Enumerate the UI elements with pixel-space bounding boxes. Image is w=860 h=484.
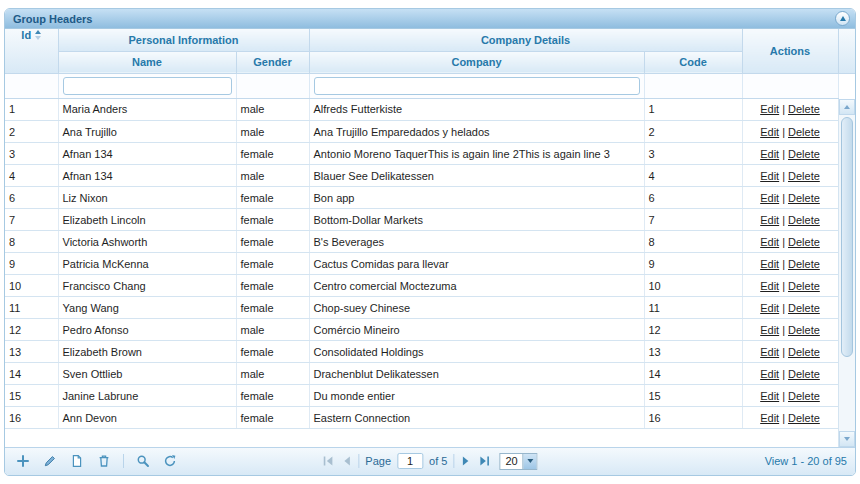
cell-actions: Edit|Delete <box>742 363 838 385</box>
cell-actions: Edit|Delete <box>742 209 838 231</box>
cell-id: 12 <box>5 319 58 341</box>
table-row[interactable]: 12 Pedro Afonso male Comércio Mineiro 12… <box>5 319 838 341</box>
edit-link[interactable]: Edit <box>760 324 779 336</box>
page-number-input[interactable] <box>397 453 423 469</box>
action-separator: | <box>782 126 785 138</box>
table-row[interactable]: 7 Elizabeth Lincoln female Bottom-Dollar… <box>5 209 838 231</box>
next-page-button[interactable] <box>460 455 472 467</box>
action-separator: | <box>782 280 785 292</box>
scrollbar-thumb[interactable] <box>841 117 853 357</box>
refresh-icon <box>163 454 177 468</box>
edit-link[interactable]: Edit <box>760 103 779 115</box>
cell-code: 7 <box>644 209 742 231</box>
action-separator: | <box>782 368 785 380</box>
scroll-up-button[interactable] <box>839 99 855 115</box>
table-row[interactable]: 13 Elizabeth Brown female Consolidated H… <box>5 341 838 363</box>
action-separator: | <box>782 236 785 248</box>
vertical-scrollbar[interactable] <box>838 99 855 447</box>
delete-link[interactable]: Delete <box>788 170 820 182</box>
first-page-button[interactable] <box>322 455 334 467</box>
data-grid-panel: Group Headers Id <box>4 8 856 476</box>
delete-link[interactable]: Delete <box>788 390 820 402</box>
magnifier-icon <box>136 454 150 468</box>
last-page-button[interactable] <box>478 455 490 467</box>
edit-link[interactable]: Edit <box>760 170 779 182</box>
delete-link[interactable]: Delete <box>788 148 820 160</box>
table-row[interactable]: 1 Maria Anders male Alfreds Futterkiste … <box>5 99 838 121</box>
page-size-select[interactable]: 20 <box>499 453 537 470</box>
cell-company: Eastern Connection <box>309 407 644 429</box>
delete-link[interactable]: Delete <box>788 126 820 138</box>
edit-link[interactable]: Edit <box>760 236 779 248</box>
table-row[interactable]: 4 Afnan 134 male Blauer See Delikatessen… <box>5 165 838 187</box>
action-separator: | <box>782 214 785 226</box>
cell-actions: Edit|Delete <box>742 121 838 143</box>
table-row[interactable]: 15 Janine Labrune female Du monde entier… <box>5 385 838 407</box>
table-row[interactable]: 9 Patricia McKenna female Cactus Comidas… <box>5 253 838 275</box>
edit-link[interactable]: Edit <box>760 412 779 424</box>
search-button[interactable] <box>135 453 151 469</box>
edit-link[interactable]: Edit <box>760 192 779 204</box>
edit-link[interactable]: Edit <box>760 126 779 138</box>
refresh-button[interactable] <box>162 453 178 469</box>
delete-link[interactable]: Delete <box>788 368 820 380</box>
edit-link[interactable]: Edit <box>760 214 779 226</box>
cell-actions: Edit|Delete <box>742 99 838 121</box>
edit-link[interactable]: Edit <box>760 258 779 270</box>
cell-id: 8 <box>5 231 58 253</box>
company-filter-input[interactable] <box>314 77 640 95</box>
name-filter-input[interactable] <box>63 77 232 95</box>
delete-record-button[interactable] <box>96 453 112 469</box>
table-row[interactable]: 8 Victoria Ashworth female B's Beverages… <box>5 231 838 253</box>
delete-link[interactable]: Delete <box>788 412 820 424</box>
cell-actions: Edit|Delete <box>742 297 838 319</box>
pager-separator-right <box>453 454 454 468</box>
circle-triangle-up-icon <box>840 16 846 21</box>
table-row[interactable]: 3 Afnan 134 female Antonio Moreno Taquer… <box>5 143 838 165</box>
table-row[interactable]: 10 Francisco Chang female Centro comerci… <box>5 275 838 297</box>
delete-link[interactable]: Delete <box>788 214 820 226</box>
delete-link[interactable]: Delete <box>788 103 820 115</box>
delete-link[interactable]: Delete <box>788 302 820 314</box>
cell-name: Pedro Afonso <box>58 319 236 341</box>
cell-company: Ana Trujillo Emparedados y helados <box>309 121 644 143</box>
table-row[interactable]: 6 Liz Nixon female Bon app 6 Edit|Delete <box>5 187 838 209</box>
edit-link[interactable]: Edit <box>760 368 779 380</box>
cell-id: 15 <box>5 385 58 407</box>
column-header-code[interactable]: Code <box>644 51 742 73</box>
cell-actions: Edit|Delete <box>742 341 838 363</box>
column-header-gender[interactable]: Gender <box>236 51 309 73</box>
table-row[interactable]: 14 Sven Ottlieb male Drachenblut Delikat… <box>5 363 838 385</box>
edit-record-button[interactable] <box>42 453 58 469</box>
collapse-button[interactable] <box>835 11 850 26</box>
delete-link[interactable]: Delete <box>788 192 820 204</box>
cell-name: Victoria Ashworth <box>58 231 236 253</box>
sort-arrows-icon <box>35 30 41 40</box>
cell-actions: Edit|Delete <box>742 231 838 253</box>
delete-link[interactable]: Delete <box>788 346 820 358</box>
delete-link[interactable]: Delete <box>788 236 820 248</box>
table-row[interactable]: 16 Ann Devon female Eastern Connection 1… <box>5 407 838 429</box>
column-header-name[interactable]: Name <box>58 51 236 73</box>
delete-link[interactable]: Delete <box>788 280 820 292</box>
edit-link[interactable]: Edit <box>760 346 779 358</box>
cell-id: 6 <box>5 187 58 209</box>
delete-link[interactable]: Delete <box>788 324 820 336</box>
edit-link[interactable]: Edit <box>760 390 779 402</box>
table-row[interactable]: 2 Ana Trujillo male Ana Trujillo Empared… <box>5 121 838 143</box>
edit-link[interactable]: Edit <box>760 280 779 292</box>
edit-link[interactable]: Edit <box>760 148 779 160</box>
column-header-id[interactable]: Id <box>5 29 58 73</box>
caret-down-icon <box>523 454 537 469</box>
prev-page-button[interactable] <box>340 455 352 467</box>
table-row[interactable]: 11 Yang Wang female Chop-suey Chinese 11… <box>5 297 838 319</box>
delete-link[interactable]: Delete <box>788 258 820 270</box>
cell-company: Drachenblut Delikatessen <box>309 363 644 385</box>
header-scroll-corner <box>838 29 855 74</box>
view-record-button[interactable] <box>69 453 85 469</box>
add-record-button[interactable] <box>15 453 31 469</box>
action-separator: | <box>782 412 785 424</box>
edit-link[interactable]: Edit <box>760 302 779 314</box>
scroll-down-button[interactable] <box>839 431 855 447</box>
column-header-company[interactable]: Company <box>309 51 644 73</box>
